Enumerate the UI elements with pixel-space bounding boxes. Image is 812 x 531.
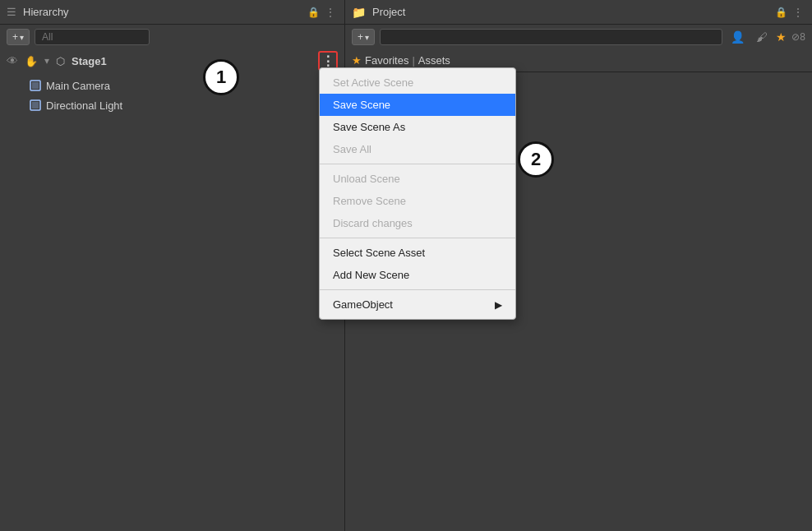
directional-light-label: Directional Light — [46, 99, 122, 112]
dropdown-arrow-icon: ▾ — [20, 33, 24, 42]
context-menu: Set Active Scene Save Scene Save Scene A… — [319, 67, 516, 320]
menu-item-save-all[interactable]: Save All — [320, 138, 515, 160]
svg-rect-3 — [32, 102, 39, 109]
project-add-button[interactable]: + ▾ — [352, 29, 375, 45]
project-toolbar: + ▾ 👤 🖌 ★ ⊘8 — [345, 25, 812, 49]
menu-item-unload-scene[interactable]: Unload Scene — [320, 168, 515, 190]
folder-header-icon: 📁 — [352, 6, 366, 19]
discard-changes-label: Discard changes — [333, 217, 413, 229]
hierarchy-list-icon: ☰ — [7, 6, 16, 18]
visibility-controls: 👁 ✋ ▾ ⬡ Stage1 ⋮ — [0, 49, 344, 72]
badge-1: 1 — [203, 59, 239, 95]
hierarchy-toolbar: + ▾ — [0, 25, 344, 49]
list-item[interactable]: Directional Light — [0, 95, 344, 115]
eye-icon[interactable]: 👁 — [7, 54, 18, 67]
menu-separator-3 — [320, 289, 515, 290]
project-lock-icon[interactable]: 🔒 — [775, 7, 787, 18]
menu-item-select-scene-asset[interactable]: Select Scene Asset — [320, 242, 515, 264]
set-active-scene-label: Set Active Scene — [333, 76, 413, 89]
assets-breadcrumb[interactable]: Assets — [418, 54, 450, 67]
list-item[interactable]: Main Camera — [0, 76, 344, 95]
gameobject-arrow-icon: ▶ — [495, 299, 502, 311]
menu-separator-1 — [320, 164, 515, 164]
eye-slash-icon[interactable]: ⊘8 — [791, 31, 805, 43]
plus-icon: + — [358, 31, 363, 43]
menu-item-gameobject[interactable]: GameObject ▶ — [320, 293, 515, 316]
menu-item-set-active-scene[interactable]: Set Active Scene — [320, 72, 515, 94]
brush-icon[interactable]: 🖌 — [753, 29, 771, 45]
project-title: Project — [372, 6, 405, 18]
star-small-icon: ★ — [352, 54, 362, 67]
save-all-label: Save All — [333, 143, 371, 155]
menu-item-remove-scene[interactable]: Remove Scene — [320, 190, 515, 212]
project-search-input[interactable] — [380, 29, 722, 45]
menu-item-add-new-scene[interactable]: Add New Scene — [320, 264, 515, 286]
hierarchy-add-button[interactable]: + ▾ — [7, 29, 30, 45]
account-icon[interactable]: 👤 — [727, 29, 748, 45]
camera-icon — [30, 80, 41, 91]
menu-separator-2 — [320, 238, 515, 238]
save-scene-label: Save Scene — [333, 99, 390, 111]
badge-1-number: 1 — [216, 67, 226, 88]
scene-name: Stage1 — [72, 55, 107, 67]
unload-scene-label: Unload Scene — [333, 173, 400, 185]
star-icon[interactable]: ★ — [776, 30, 787, 44]
select-scene-asset-label: Select Scene Asset — [333, 247, 425, 259]
gameobject-label: GameObject — [333, 298, 393, 311]
add-new-scene-label: Add New Scene — [333, 269, 409, 281]
badge-2-number: 2 — [531, 149, 541, 170]
hierarchy-content: Main Camera Directional Light — [0, 72, 344, 531]
breadcrumb-separator: | — [412, 54, 414, 67]
hierarchy-lock-icon[interactable]: 🔒 — [307, 7, 320, 18]
scene-icon: ⬡ — [56, 55, 65, 67]
favorites-label: Favorites — [365, 54, 408, 67]
light-icon — [30, 99, 41, 111]
save-scene-as-label: Save Scene As — [333, 121, 405, 133]
plus-icon: + — [12, 31, 18, 43]
menu-item-discard-changes[interactable]: Discard changes — [320, 212, 515, 234]
main-camera-label: Main Camera — [46, 80, 110, 92]
dropdown-arrow-icon: ▾ — [365, 33, 369, 42]
hierarchy-search-input[interactable] — [35, 29, 150, 45]
badge-2: 2 — [518, 141, 554, 178]
favorites-breadcrumb[interactable]: ★ Favorites — [352, 54, 408, 67]
remove-scene-label: Remove Scene — [333, 195, 406, 207]
hierarchy-header: ☰ Hierarchy 🔒 ⋮ — [0, 0, 344, 25]
hierarchy-title: Hierarchy — [23, 6, 69, 18]
hand-icon[interactable]: ✋ — [25, 55, 38, 67]
hierarchy-panel: ☰ Hierarchy 🔒 ⋮ + ▾ 👁 ✋ ▾ ⬡ Stage1 — [0, 0, 345, 531]
project-header: 📁 Project 🔒 ⋮ — [345, 0, 812, 25]
menu-item-save-scene[interactable]: Save Scene — [320, 94, 515, 116]
hierarchy-more-icon[interactable]: ⋮ — [323, 4, 338, 21]
assets-label: Assets — [418, 54, 450, 67]
svg-rect-1 — [32, 82, 39, 89]
project-more-icon[interactable]: ⋮ — [791, 4, 805, 21]
menu-item-save-scene-as[interactable]: Save Scene As — [320, 116, 515, 138]
